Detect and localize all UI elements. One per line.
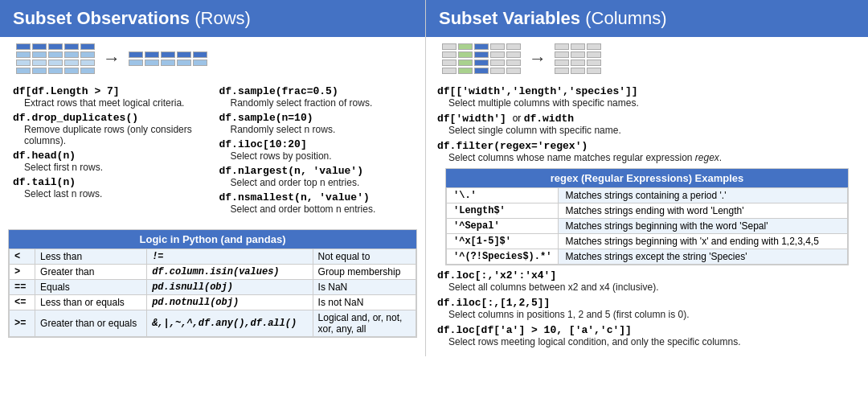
- left-code-2: df.head(n): [13, 150, 207, 162]
- logic-meaning: Is NaN: [313, 280, 416, 295]
- right-grid-before: [442, 43, 521, 74]
- left-desc-1: Remove duplicate rows (only considers co…: [24, 124, 207, 146]
- left-col2-item-3: df.nlargest(n, 'value') Select and order…: [219, 165, 413, 188]
- logic-op: >: [10, 265, 35, 280]
- right-desc-1: Select single column with specific name.: [448, 125, 857, 136]
- left-item-3: df.tail(n) Select last n rows.: [13, 176, 207, 199]
- extra-desc-0: Select all columns between x2 and x4 (in…: [448, 282, 857, 293]
- left-col2-desc-2: Select rows by position.: [231, 150, 413, 162]
- logic-op: <: [10, 249, 35, 265]
- logic-table-row: == Equals pd.isnull(obj) Is NaN: [10, 280, 416, 295]
- right-title-bold: Subset Variables: [439, 8, 580, 28]
- left-col2: df.sample(frac=0.5) Randomly select frac…: [219, 85, 413, 218]
- logic-table: < Less than != Not equal to > Greater th…: [9, 249, 416, 337]
- left-desc-3: Select last n rows.: [24, 188, 207, 199]
- left-code-1: df.drop_duplicates(): [13, 112, 207, 124]
- left-item-0: df[df.Length > 7] Extract rows that meet…: [13, 85, 207, 109]
- left-header: Subset Observations (Rows): [0, 0, 425, 37]
- logic-meaning: Is not NaN: [313, 295, 416, 310]
- right-code-1a: df['width']: [437, 113, 506, 125]
- left-desc-2: Select first n rows.: [24, 162, 207, 173]
- left-col2-desc-4: Select and order bottom n entries.: [231, 203, 413, 215]
- left-arrow: →: [103, 48, 121, 69]
- left-col2-desc-0: Randomly select fraction of rows.: [231, 97, 413, 109]
- left-item-1: df.drop_duplicates() Remove duplicate ro…: [13, 112, 207, 146]
- logic-code: pd.isnull(obj): [147, 280, 313, 295]
- regex-table-container: regex (Regular Expressions) Examples '\.…: [445, 168, 849, 265]
- main-container: Subset Observations (Rows) → df[df.Lengt: [0, 0, 868, 356]
- extra-item-2: df.loc[df['a'] > 10, ['a','c']] Select r…: [437, 324, 857, 347]
- right-illustration: →: [426, 37, 868, 80]
- left-col2-code-0: df.sample(frac=0.5): [219, 85, 413, 97]
- extra-code-0: df.loc[:,'x2':'x4']: [437, 269, 857, 282]
- left-col2-item-0: df.sample(frac=0.5) Randomly select frac…: [219, 85, 413, 109]
- regex-pattern: '^(?!Species$).*': [447, 249, 559, 265]
- left-col2-code-1: df.sample(n=10): [219, 112, 413, 124]
- left-col2-desc-1: Randomly select n rows.: [231, 124, 413, 135]
- right-item-2: df.filter(regex='regex') Select columns …: [437, 140, 857, 163]
- left-content: df[df.Length > 7] Extract rows that meet…: [0, 80, 425, 223]
- left-col2-code-4: df.nsmallest(n, 'value'): [219, 191, 413, 203]
- logic-table-row: < Less than != Not equal to: [10, 249, 416, 265]
- right-header: Subset Variables (Columns): [426, 0, 868, 37]
- logic-op: ==: [10, 280, 35, 295]
- right-panel: Subset Variables (Columns) → df[[: [426, 0, 868, 356]
- extra-code-2: df.loc[df['a'] > 10, ['a','c']]: [437, 324, 857, 336]
- logic-code: !=: [147, 249, 313, 265]
- logic-meaning: Not equal to: [313, 249, 416, 265]
- extra-desc-1: Select columns in positions 1, 2 and 5 (…: [448, 309, 857, 320]
- right-item-1: df['width'] or df.width Select single co…: [437, 113, 857, 136]
- regex-pattern: '^x[1-5]$': [447, 234, 559, 249]
- left-col2-item-4: df.nsmallest(n, 'value') Select and orde…: [219, 191, 413, 215]
- regex-table-header: regex (Regular Expressions) Examples: [446, 169, 848, 187]
- regex-description: Matches strings beginning with the word …: [559, 219, 848, 234]
- regex-description: Matches strings ending with word 'Length…: [559, 203, 848, 219]
- regex-table: '\.' Matches strings containing a period…: [446, 187, 848, 265]
- regex-table-row: '^(?!Species$).*' Matches strings except…: [447, 249, 848, 265]
- logic-meaning: Logical and, or, not, xor, any, all: [313, 310, 416, 337]
- right-grid-after: [555, 43, 601, 74]
- left-col2-item-2: df.iloc[10:20] Select rows by position.: [219, 138, 413, 162]
- left-desc-0: Extract rows that meet logical criteria.: [24, 97, 207, 109]
- regex-table-row: 'Length$' Matches strings ending with wo…: [447, 203, 848, 219]
- left-code-3: df.tail(n): [13, 176, 207, 188]
- regex-pattern: '^Sepal': [447, 219, 559, 234]
- left-col2-code-3: df.nlargest(n, 'value'): [219, 165, 413, 177]
- logic-label: Greater than or equals: [35, 310, 147, 337]
- logic-op: >=: [10, 310, 35, 337]
- regex-table-row: '^Sepal' Matches strings beginning with …: [447, 219, 848, 234]
- left-title-bold: Subset Observations: [13, 8, 190, 28]
- left-grid-before: [16, 43, 95, 74]
- regex-description: Matches strings containing a period '.': [559, 188, 848, 203]
- extra-items: df.loc[:,'x2':'x4'] Select all columns b…: [437, 269, 857, 347]
- logic-table-header: Logic in Python (and pandas): [9, 230, 416, 249]
- right-desc-0: Select multiple columns with specific na…: [448, 97, 857, 109]
- left-title-suffix: (Rows): [190, 8, 251, 28]
- logic-table-container: Logic in Python (and pandas) < Less than…: [8, 229, 417, 338]
- right-item-0: df[['width','length','species']] Select …: [437, 85, 857, 109]
- right-code-1b: df.width: [524, 113, 574, 125]
- regex-pattern: '\.': [447, 188, 559, 203]
- regex-table-row: '\.' Matches strings containing a period…: [447, 188, 848, 203]
- left-illustration: →: [0, 37, 425, 80]
- extra-item-0: df.loc[:,'x2':'x4'] Select all columns b…: [437, 269, 857, 293]
- left-col2-desc-3: Select and order top n entries.: [231, 177, 413, 188]
- regex-table-row: '^x[1-5]$' Matches strings beginning wit…: [447, 234, 848, 249]
- left-panel: Subset Observations (Rows) → df[df.Lengt: [0, 0, 426, 356]
- right-content: df[['width','length','species']] Select …: [426, 80, 868, 356]
- logic-table-row: >= Greater than or equals &,|,~,^,df.any…: [10, 310, 416, 337]
- right-title-suffix: (Columns): [580, 8, 667, 28]
- right-code-1: df['width'] or df.width: [437, 113, 857, 125]
- left-col1: df[df.Length > 7] Extract rows that meet…: [13, 85, 207, 218]
- regex-description: Matches strings except the string 'Speci…: [559, 249, 848, 265]
- regex-pattern: 'Length$': [447, 203, 559, 219]
- logic-label: Less than: [35, 249, 147, 265]
- logic-op: <=: [10, 295, 35, 310]
- logic-table-row: > Greater than df.column.isin(values) Gr…: [10, 265, 416, 280]
- right-code-0: df[['width','length','species']]: [437, 85, 857, 97]
- left-grid-after: [129, 51, 207, 66]
- left-col2-item-1: df.sample(n=10) Randomly select n rows.: [219, 112, 413, 135]
- logic-code: &,|,~,^,df.any(),df.all(): [147, 310, 313, 337]
- extra-desc-2: Select rows meeting logical condition, a…: [448, 336, 857, 347]
- right-code-1-sep: or: [513, 113, 524, 124]
